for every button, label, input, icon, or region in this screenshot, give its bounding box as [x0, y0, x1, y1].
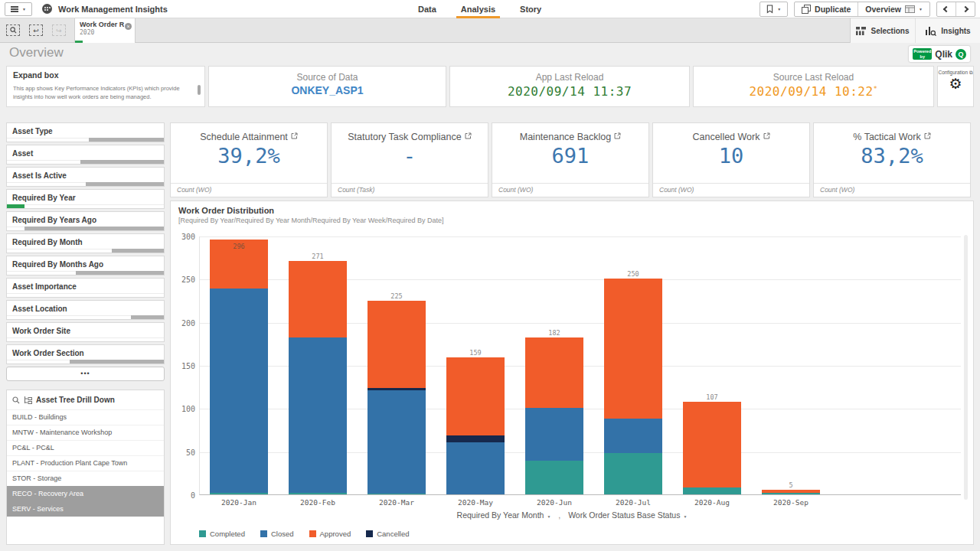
list-item[interactable]: MNTW - Maintenance Workshop	[7, 425, 164, 440]
expand-box-body: This app shows Key Performance Indicator…	[13, 85, 194, 105]
listbox-header[interactable]: Asset Tree Drill Down	[7, 390, 164, 409]
previous-sheet-button[interactable]	[937, 2, 956, 16]
external-link-icon[interactable]	[763, 131, 770, 142]
listbox-rows: BUILD - BuildingsMNTW - Maintenance Work…	[7, 409, 164, 517]
bar-segment-approved[interactable]	[525, 337, 583, 408]
chart-scrollbar[interactable]	[964, 235, 968, 500]
filter-selection-strip	[7, 360, 164, 364]
global-menu-button[interactable]: ▼	[5, 2, 32, 16]
bar-segment-completed[interactable]	[683, 487, 741, 494]
filter-item[interactable]: Asset Importance	[6, 278, 165, 298]
bar-total-label: 107	[683, 393, 741, 401]
bar-total-label: 159	[446, 349, 505, 357]
legend-item: Closed	[260, 530, 294, 538]
view-tab-story[interactable]: Story	[520, 0, 541, 18]
next-sheet-button[interactable]	[956, 2, 975, 16]
bar-segment-closed[interactable]	[604, 419, 662, 453]
strip-segment-dark	[70, 360, 164, 364]
sheet-icon	[905, 5, 915, 13]
chevron-down-icon: ▼	[547, 514, 550, 519]
list-item[interactable]: PLANT - Production Plant Cape Town	[7, 455, 164, 471]
bar-total-label: 271	[289, 253, 347, 260]
strip-segment-dark	[131, 315, 164, 319]
filter-item[interactable]: Asset	[6, 145, 165, 165]
close-icon[interactable]: ×	[125, 23, 132, 30]
chevron-down-icon: ▼	[919, 8, 923, 11]
bookmark-button[interactable]: ▼	[760, 2, 788, 17]
bar-segment-approved[interactable]	[762, 490, 820, 492]
bar-segment-cancelled[interactable]	[446, 435, 505, 442]
filter-item[interactable]: Asset Type	[6, 122, 165, 142]
filter-item[interactable]: Required By Year	[6, 189, 165, 209]
filter-item[interactable]: Required By Years Ago	[6, 211, 165, 231]
current-selection-tab[interactable]: Work Order Req... 2020 ×	[74, 18, 136, 43]
filter-item[interactable]: Work Order Site	[6, 322, 165, 342]
list-item[interactable]: STOR - Storage	[7, 471, 164, 486]
bar-segment-closed[interactable]	[289, 337, 347, 493]
app-last-reload-value: 2020/09/14 11:37	[450, 84, 689, 99]
kpi-card[interactable]: Schedule Attainment 39,2% Count (WO)	[170, 122, 328, 197]
filter-item[interactable]: Work Order Section	[6, 344, 165, 364]
bar-segment-approved[interactable]	[446, 357, 505, 436]
bar-segment-completed[interactable]	[210, 493, 268, 494]
filter-selection-strip	[7, 271, 164, 275]
step-back-icon[interactable]: ↩	[29, 24, 43, 36]
bar-segment-approved[interactable]	[289, 261, 347, 337]
view-tab-data[interactable]: Data	[418, 0, 436, 18]
x-tick-label: 2020-Jun	[514, 498, 594, 507]
step-forward-icon[interactable]: ↪	[52, 24, 66, 36]
bar-segment-closed[interactable]	[446, 442, 505, 494]
bar-segment-approved[interactable]	[683, 402, 741, 487]
kpi-value: 83,2%	[814, 144, 970, 168]
selections-tool-button[interactable]: Selections	[851, 18, 915, 43]
kpi-title: Statutory Task Compliance	[348, 132, 461, 142]
kpi-card[interactable]: Cancelled Work 10 Count (WO)	[652, 122, 810, 197]
expand-box-title: Expand box	[13, 70, 204, 80]
bar-segment-approved[interactable]	[368, 301, 426, 389]
bar-segment-approved[interactable]	[604, 279, 662, 419]
search-icon[interactable]	[12, 396, 20, 404]
external-link-icon[interactable]	[291, 131, 298, 142]
filter-item[interactable]: Required By Month	[6, 233, 165, 253]
bar-segment-completed[interactable]	[289, 493, 347, 494]
dimension-2-selector[interactable]: Work Order Status Base Status▼	[568, 510, 687, 520]
more-filters-button[interactable]: •••	[6, 367, 165, 381]
duplicate-button[interactable]: Duplicate	[795, 2, 858, 16]
legend-label: Closed	[271, 530, 294, 538]
list-item[interactable]: RECO - Recovery Area	[7, 486, 164, 501]
bar-segment-closed[interactable]	[210, 289, 268, 493]
view-tab-analysis[interactable]: Analysis	[461, 0, 495, 18]
bar-segment-cancelled[interactable]	[368, 388, 426, 390]
strip-segment-white	[24, 204, 164, 208]
expand-box-card[interactable]: Expand box This app shows Key Performanc…	[6, 66, 205, 107]
kpi-card[interactable]: Statutory Task Compliance - Count (Task)	[331, 122, 488, 197]
bar-segment-completed[interactable]	[762, 493, 820, 494]
list-item[interactable]: SERV - Services	[7, 501, 164, 517]
insights-button[interactable]: Insights	[915, 18, 980, 43]
dimension-1-selector[interactable]: Required By Year Month▼	[457, 510, 551, 520]
configuration-card[interactable]: Configuration ⧉ ⚙	[937, 66, 974, 107]
bar-segment-completed[interactable]	[525, 461, 583, 494]
filter-item[interactable]: Required By Months Ago	[6, 256, 165, 276]
list-item[interactable]: PC&L - PC&L	[7, 440, 164, 455]
sheet-selector-button[interactable]: Overview ▼	[858, 2, 929, 16]
bar-segment-completed[interactable]	[368, 494, 426, 494]
work-order-distribution-chart: Work Order Distribution [Required By Yea…	[170, 201, 974, 545]
smart-search-icon[interactable]	[6, 24, 20, 36]
bar-segment-closed[interactable]	[525, 408, 583, 461]
scrollbar-thumb[interactable]	[198, 85, 201, 95]
external-link-icon[interactable]	[924, 131, 931, 142]
external-link-icon[interactable]	[465, 131, 472, 142]
kpi-card[interactable]: Maintenance Backlog 691 Count (WO)	[492, 122, 649, 197]
list-item[interactable]: BUILD - Buildings	[7, 409, 164, 425]
filter-item[interactable]: Asset Is Active	[6, 167, 165, 187]
kpi-card[interactable]: % Tactical Work 83,2% Count (WO)	[813, 122, 971, 197]
external-link-icon[interactable]	[614, 131, 621, 142]
gear-icon[interactable]: ⚙	[938, 76, 973, 92]
filter-selection-strip	[7, 204, 164, 208]
source-last-reload-title: Source Last Reload	[694, 72, 933, 83]
asset-tree-listbox: Asset Tree Drill Down BUILD - BuildingsM…	[6, 390, 165, 545]
filter-item[interactable]: Asset Location	[6, 300, 165, 320]
bar-segment-completed[interactable]	[604, 453, 662, 494]
bar-segment-closed[interactable]	[368, 390, 426, 494]
